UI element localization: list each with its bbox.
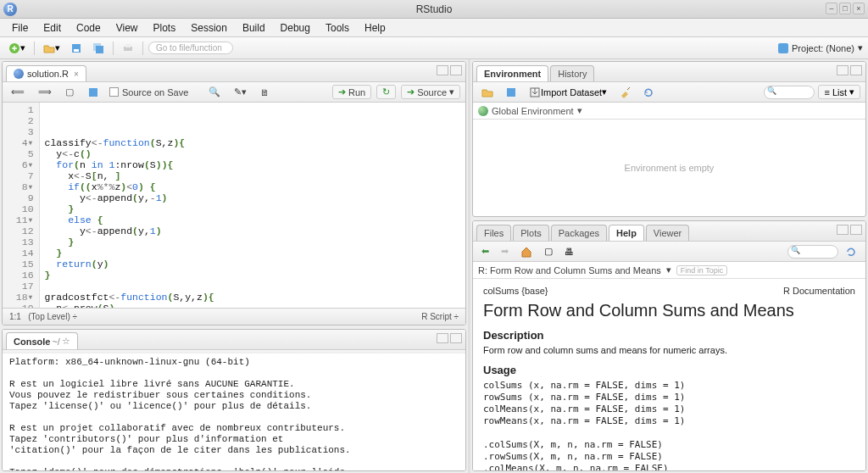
forward-button[interactable]: ⟹ <box>35 85 55 99</box>
menu-tools[interactable]: Tools <box>319 19 356 36</box>
console-tabs: Console ~/ ☆ <box>3 330 465 350</box>
help-nav-toolbar: ⬅ ➡ ▢ 🖶 <box>473 242 865 262</box>
svg-rect-7 <box>89 88 97 97</box>
save-icon <box>87 86 99 98</box>
help-refresh-button[interactable] <box>842 244 860 259</box>
console-tab[interactable]: Console ~/ ☆ <box>6 332 78 349</box>
window-title: RStudio <box>0 3 868 15</box>
folder-open-icon <box>43 42 55 54</box>
save-workspace-button[interactable] <box>502 85 520 100</box>
refresh-button[interactable] <box>639 85 658 100</box>
env-search-input[interactable] <box>764 86 815 99</box>
help-back-button[interactable]: ⬅ <box>478 244 492 259</box>
tab-environment[interactable]: Environment <box>476 65 548 81</box>
pane-minimize-button[interactable] <box>837 65 849 75</box>
new-file-icon <box>8 42 20 54</box>
minimize-button[interactable]: – <box>826 3 837 14</box>
back-button[interactable]: ⟸ <box>8 85 28 99</box>
tab-help[interactable]: Help <box>609 225 644 241</box>
file-type[interactable]: R Script <box>421 312 452 321</box>
tab-files[interactable]: Files <box>476 225 511 241</box>
help-print-button[interactable]: 🖶 <box>561 245 577 259</box>
view-mode-button[interactable]: ≡ List▾ <box>818 85 860 99</box>
menu-file[interactable]: File <box>5 19 35 36</box>
pane-minimize-button[interactable] <box>437 333 448 343</box>
menu-plots[interactable]: Plots <box>147 19 183 36</box>
tab-viewer[interactable]: Viewer <box>646 225 689 241</box>
find-button[interactable]: 🔍 <box>205 85 224 99</box>
refresh-icon <box>643 86 654 98</box>
goto-file-input[interactable]: Go to file/function <box>148 42 233 54</box>
menu-help[interactable]: Help <box>358 19 392 36</box>
scope-indicator[interactable]: (Top Level) <box>28 312 70 321</box>
wand-button[interactable]: ✎▾ <box>231 85 250 99</box>
help-description: Form row and column sums and means for n… <box>483 345 855 355</box>
editor-tab-label: solution.R <box>27 69 69 79</box>
help-search-input[interactable] <box>787 245 838 259</box>
pane-maximize-button[interactable] <box>450 333 462 343</box>
close-tab-icon[interactable]: × <box>74 70 79 79</box>
menu-session[interactable]: Session <box>184 19 234 36</box>
svg-line-10 <box>627 87 630 90</box>
tab-plots[interactable]: Plots <box>513 225 548 241</box>
run-button[interactable]: ➔Run <box>332 85 371 99</box>
console-output[interactable]: Platform: x86_64-unknown-linux-gnu (64-b… <box>3 353 465 470</box>
pane-minimize-button[interactable] <box>837 225 849 235</box>
title-bar: R RStudio – □ × <box>0 0 868 19</box>
tab-packages[interactable]: Packages <box>551 225 607 241</box>
env-scope-selector[interactable]: Global Environment▾ <box>473 103 865 120</box>
save-all-button[interactable] <box>89 41 108 56</box>
pane-maximize-button[interactable] <box>850 65 862 75</box>
project-menu[interactable]: Project: (None)▾ <box>778 42 863 53</box>
menu-debug[interactable]: Debug <box>274 19 317 36</box>
menu-build[interactable]: Build <box>236 19 272 36</box>
menu-view[interactable]: View <box>109 19 145 36</box>
home-icon <box>520 246 532 258</box>
line-gutter: 1 2 3 4▾ 5 6▾ 7 8▾ 9 10 11▾ 12 13 14 15 … <box>3 103 40 308</box>
menu-edit[interactable]: Edit <box>36 19 68 36</box>
editor-tab-solution[interactable]: solution.R × <box>6 65 86 81</box>
workspace: solution.R × ⟸ ⟹ ▢ Source on Save <box>0 59 868 473</box>
load-workspace-button[interactable] <box>478 85 497 100</box>
source-on-save-toggle[interactable]: Source on Save <box>109 87 188 97</box>
report-button[interactable]: 🗎 <box>257 86 273 99</box>
code-editor[interactable]: 1 2 3 4▾ 5 6▾ 7 8▾ 9 10 11▾ 12 13 14 15 … <box>3 103 465 308</box>
environment-pane: Environment History Import Dataset▾ <box>472 61 866 217</box>
source-button[interactable]: ➔Source▾ <box>401 85 460 99</box>
pane-maximize-button[interactable] <box>450 65 462 75</box>
pane-maximize-button[interactable] <box>850 225 862 235</box>
project-label: Project: (None) <box>792 43 854 53</box>
help-popout-button[interactable]: ▢ <box>541 244 556 259</box>
help-title: Form Row and Column Sums and Means <box>483 301 855 320</box>
help-content[interactable]: colSums {base} R Documentation Form Row … <box>473 279 865 470</box>
import-icon <box>529 86 541 98</box>
help-tabs: Files Plots Packages Help Viewer <box>473 221 865 242</box>
menu-code[interactable]: Code <box>70 19 108 36</box>
show-in-new-window-button[interactable]: ▢ <box>62 85 77 99</box>
project-icon <box>778 43 788 53</box>
find-in-topic-input[interactable]: Find in Topic <box>676 265 727 275</box>
import-dataset-button[interactable]: Import Dataset▾ <box>526 85 610 100</box>
broom-icon <box>619 86 631 98</box>
open-file-button[interactable]: ▾ <box>40 41 64 56</box>
code-content[interactable]: classify<-function(S,z){ y<-c() for(n in… <box>40 103 231 308</box>
print-button[interactable] <box>119 41 137 56</box>
svg-rect-6 <box>125 44 131 47</box>
pane-minimize-button[interactable] <box>437 65 448 75</box>
save-icon <box>70 42 82 54</box>
clear-workspace-button[interactable] <box>615 85 634 100</box>
source-pane: solution.R × ⟸ ⟹ ▢ Source on Save <box>2 61 466 326</box>
maximize-button[interactable]: □ <box>839 3 851 14</box>
window-controls: – □ × <box>826 3 865 14</box>
save-button[interactable] <box>67 41 86 56</box>
rerun-button[interactable]: ↻ <box>376 85 396 99</box>
menu-bar: File Edit Code View Plots Session Build … <box>0 19 868 37</box>
breadcrumb-text[interactable]: R: Form Row and Column Sums and Means <box>478 265 661 275</box>
close-button[interactable]: × <box>853 3 865 14</box>
svg-rect-4 <box>96 46 103 53</box>
new-file-button[interactable]: ▾ <box>5 41 29 56</box>
help-home-button[interactable] <box>517 244 536 259</box>
help-forward-button[interactable]: ➡ <box>498 244 512 259</box>
save-file-button[interactable] <box>84 85 103 100</box>
tab-history[interactable]: History <box>550 65 594 81</box>
